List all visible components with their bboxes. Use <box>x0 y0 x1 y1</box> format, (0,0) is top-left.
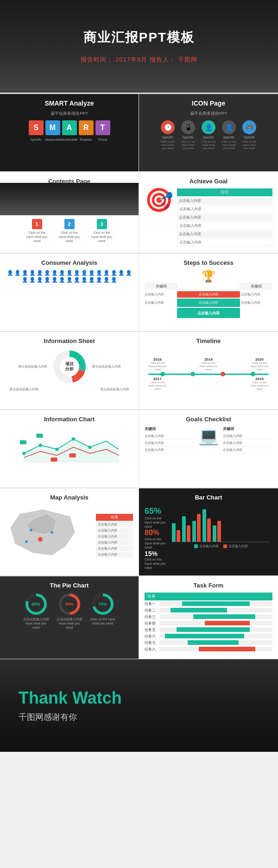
pie-area: 请点击此处输入内容 项目分析 请点击此处输入内容 <box>6 348 133 385</box>
map-barchart-slide: Map Analysis 结果 点击输入内容 点击输入内容 点击输入内容 点击输… <box>0 488 278 576</box>
smart-labels: Specific Measurable Achievable Realistic… <box>6 138 133 141</box>
step-right-1: 点击输入内容 <box>241 292 272 297</box>
step-bar-2: 点击输入内容 <box>177 299 240 307</box>
task-fill-2 <box>171 608 227 612</box>
content-num-3: 3 Click on the Input what you need <box>90 219 114 243</box>
task-fill-8 <box>199 647 255 651</box>
task-panel: Task Form 任务 任务一 任务二 任务三 任务四 <box>139 576 278 659</box>
person-teal-11: 👤 <box>74 277 80 283</box>
bc-group-2 <box>182 516 190 542</box>
china-map-svg <box>6 505 80 565</box>
content-num-1: 1 Click on the Input what you need <box>25 219 49 243</box>
smart-label-a: Achievable <box>62 138 77 141</box>
info-sheet-panel: Information Sheet 请点击此处输入内容 项目分析 请点击此处输入… <box>0 332 139 410</box>
goals-left-list: 关键词 点击输入内容 点击输入内容 点击输入内容 <box>145 426 195 454</box>
task-label-6: 任务六 <box>145 634 158 639</box>
step-left-1: 点击输入内容 <box>145 292 176 297</box>
achieve-row-2: 点击输入内容 <box>177 205 272 213</box>
bc-legend-dot-teal <box>194 544 198 548</box>
svg-point-11 <box>55 448 58 451</box>
timeline-title: Timeline <box>145 337 272 344</box>
icon-panel: ICON Page 扁平化商务报告PPT 🕐 Specific Click on… <box>139 94 278 172</box>
bc-bar-r5 <box>217 521 221 542</box>
contents-numbers: 1 Click on the Input what you need 2 Cli… <box>6 219 133 243</box>
svg-point-12 <box>72 437 75 441</box>
task-bar-6 <box>159 634 272 638</box>
person-icon: 👤 <box>202 120 215 134</box>
timeline-years-below: 2017 Click on the Input what you need 20… <box>148 377 269 391</box>
svg-point-19 <box>30 529 32 531</box>
pct-65-desc: Click on the Input what you need <box>145 516 168 529</box>
bc-bar-t4 <box>202 509 206 542</box>
bar-chart-panel: Bar Chart 65% Click on the Input what yo… <box>139 488 278 576</box>
task-fill-7 <box>188 640 239 645</box>
map-panel: Map Analysis 结果 点击输入内容 点击输入内容 点击输入内容 点击输… <box>0 488 139 576</box>
bc-bar-t5 <box>213 525 216 542</box>
svg-point-13 <box>88 445 91 449</box>
task-bar-4 <box>159 621 272 625</box>
bc-legend: 点击输入内容 点击输入内容 <box>170 544 272 549</box>
num-text-1: Click on the Input what you need <box>25 231 49 243</box>
person-teal-1: 👤 <box>81 270 88 276</box>
achieve-row-1: 点击输入内容 <box>177 197 272 204</box>
svg-rect-17 <box>70 453 76 457</box>
donut-container-2: 50% <box>58 593 81 616</box>
icon-subtitle: 扁平化商务报告PPT <box>145 111 272 117</box>
goals-panel: Goals Checklist 关键词 点击输入内容 点击输入内容 点击输入内容… <box>139 410 278 488</box>
pct-80: 80% <box>145 529 168 537</box>
person-orange-4: 👤 <box>66 270 73 276</box>
svg-rect-16 <box>51 457 57 462</box>
pie-label-tr: 请点击此处输入内容 <box>92 364 121 369</box>
phone-icon: 📱 <box>181 120 195 134</box>
person-teal-9: 👤 <box>59 277 65 283</box>
task-title: Task Form <box>145 582 272 589</box>
task-bar-1 <box>159 601 272 606</box>
bars-area: 点击输入内容 点击输入内容 <box>170 505 272 576</box>
icon-1: 🕐 Specific Click on the Input what you n… <box>159 120 176 150</box>
task-row-6: 任务六 <box>145 634 272 639</box>
content-num-2: 2 Click on the Input what you need <box>58 219 81 243</box>
bc-group-4 <box>202 509 211 542</box>
icons-row: 🕐 Specific Click on the Input what you n… <box>145 120 272 150</box>
game-icon: 🎮 <box>242 120 256 134</box>
goals-title: Goals Checklist <box>145 416 272 423</box>
contents-achieve-slide: Contents Page 1 Click on the Input what … <box>0 172 278 253</box>
person-red-6: 👤 <box>118 270 125 276</box>
tl-dot-1 <box>160 372 165 376</box>
smart-label-s: Specific <box>29 138 44 141</box>
letter-t: T <box>95 120 110 135</box>
clock-icon: 🕐 <box>161 120 175 134</box>
letter-s: S <box>29 120 44 135</box>
tl-year-2018: 2018 Click on the Input what you need <box>199 357 218 372</box>
person-orange-5: 👤 <box>74 270 80 276</box>
map-svg-area <box>6 505 92 567</box>
tl-year-2016: 2016 Click on the Input what you need <box>148 357 167 372</box>
trophy-icon: 🏆 <box>145 270 272 283</box>
thanks-slide: Thank Watch 千图网感谢有你 <box>0 659 278 752</box>
person-red-4: 👤 <box>29 270 36 276</box>
laptop-icon: 💻 <box>198 426 219 446</box>
timeline-panel: Timeline 2016 Click on the Input what yo… <box>139 332 278 410</box>
timeline-years-above: 2016 Click on the Input what you need 20… <box>148 357 269 372</box>
achieve-panel: Achieve Goal 🎯 行行 点击输入内容 点击输入内容 点击输入内容 点… <box>139 172 278 253</box>
achieve-title: Achieve Goal <box>145 178 272 185</box>
map-legend-5: 点击输入内容 <box>96 546 133 551</box>
tl-dot-3 <box>221 372 225 376</box>
task-bar-7 <box>159 640 272 645</box>
donut-row: 80% 点击此处输入内容 Input what you need 50% 点击此… <box>6 593 133 630</box>
goals-left-3: 点击输入内容 <box>145 447 195 454</box>
task-header: 任务 <box>145 593 272 600</box>
letter-m: M <box>45 120 60 135</box>
pie-chart: 项目分析 <box>51 348 88 385</box>
person-teal-14: 👤 <box>96 277 102 283</box>
person-orange-1: 👤 <box>44 270 51 276</box>
person-teal-3: 👤 <box>96 270 102 276</box>
bc-bar-r2 <box>187 525 190 542</box>
goals-header-left: 关键词 <box>145 426 195 431</box>
task-label-4: 任务四 <box>145 621 158 626</box>
person-teal-2: 👤 <box>88 270 95 276</box>
achieve-row-3: 点击输入内容 <box>177 214 272 221</box>
line-chart-svg <box>8 429 131 466</box>
svg-rect-15 <box>36 434 43 438</box>
goals-content: 关键词 点击输入内容 点击输入内容 点击输入内容 💻 关键词 点击输入内容 点击… <box>145 426 272 454</box>
